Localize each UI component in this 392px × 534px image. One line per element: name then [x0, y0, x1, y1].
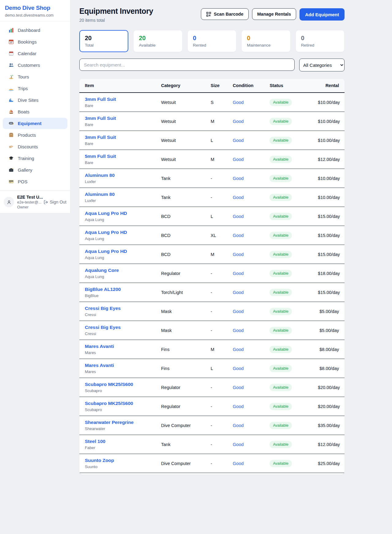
condition-link[interactable]: Good — [233, 100, 243, 105]
item-name-link[interactable]: Mares Avanti — [85, 363, 114, 368]
add-equipment-label: Add Equipment — [305, 12, 339, 17]
item-name-link[interactable]: 3mm Full Suit — [85, 116, 116, 121]
condition-link[interactable]: Good — [233, 366, 243, 371]
item-name-link[interactable]: Scubapro MK25/S600 — [85, 382, 133, 387]
status-cell: Available — [270, 194, 318, 201]
category-cell: Tank — [161, 195, 211, 200]
item-brand: Aqua Lung — [85, 255, 161, 260]
manage-rentals-button[interactable]: Manage Rentals — [252, 8, 296, 20]
condition-cell: Good — [233, 100, 270, 105]
sidebar-item-equipment[interactable]: Equipment — [3, 118, 67, 129]
item-name-link[interactable]: Scubapro MK25/S600 — [85, 401, 133, 406]
bar-chart-icon — [9, 28, 14, 33]
category-cell: BCD — [161, 233, 211, 238]
condition-link[interactable]: Good — [233, 214, 243, 219]
stat-card-maintenance[interactable]: 0 Maintenance — [241, 30, 290, 52]
status-badge: Available — [270, 384, 292, 391]
sailboat-icon — [9, 109, 14, 114]
stat-card-rented[interactable]: 0 Rented — [187, 30, 236, 52]
condition-link[interactable]: Good — [233, 290, 243, 295]
item-name-link[interactable]: Steel 100 — [85, 439, 105, 444]
condition-link[interactable]: Good — [233, 423, 243, 428]
item-name-link[interactable]: 3mm Full Suit — [85, 97, 116, 102]
status-cell: Available — [270, 118, 318, 125]
search-input[interactable] — [79, 59, 295, 71]
condition-link[interactable]: Good — [233, 271, 243, 276]
sidebar-item-products[interactable]: Products — [3, 129, 67, 141]
sidebar-item-dashboard[interactable]: Dashboard — [3, 25, 67, 36]
add-equipment-button[interactable]: Add Equipment — [300, 8, 345, 21]
sign-out-button[interactable]: Sign Out — [43, 200, 66, 204]
table-row: Aqua Lung Pro HD Aqua Lung BCD L Good Av… — [79, 207, 345, 226]
sidebar: Demo Dive Shop demo.test.divestreams.com… — [0, 0, 70, 213]
status-cell: Available — [270, 365, 318, 372]
sidebar-item-discounts[interactable]: Discounts — [3, 141, 67, 152]
condition-link[interactable]: Good — [233, 138, 243, 143]
table-row: Cressi Big Eyes Cressi Mask - Good Avail… — [79, 302, 345, 321]
item-cell: Mares Avanti Mares — [85, 363, 161, 374]
condition-link[interactable]: Good — [233, 119, 243, 124]
table-row: Scubapro MK25/S600 Scubapro Regulator - … — [79, 397, 345, 416]
stat-card-available[interactable]: 20 Available — [133, 30, 182, 52]
size-cell: - — [211, 461, 233, 466]
condition-link[interactable]: Good — [233, 385, 243, 390]
category-cell: Regulator — [161, 404, 211, 409]
item-name-link[interactable]: Cressi Big Eyes — [85, 325, 121, 330]
condition-link[interactable]: Good — [233, 328, 243, 333]
column-header: Item — [85, 83, 161, 88]
condition-link[interactable]: Good — [233, 347, 243, 352]
condition-link[interactable]: Good — [233, 442, 243, 447]
condition-link[interactable]: Good — [233, 233, 243, 238]
category-select[interactable]: All Categories — [299, 59, 345, 71]
table-row: Suunto Zoop Suunto Dive Computer - Good … — [79, 454, 345, 473]
sidebar-item-calendar[interactable]: Calendar — [3, 48, 67, 59]
sidebar-item-training[interactable]: Training — [3, 153, 67, 164]
status-cell: Available — [270, 156, 318, 163]
condition-cell: Good — [233, 195, 270, 200]
condition-link[interactable]: Good — [233, 176, 243, 181]
item-name-link[interactable]: 3mm Full Suit — [85, 135, 116, 140]
condition-link[interactable]: Good — [233, 309, 243, 314]
item-brand: Mares — [85, 369, 161, 374]
user-box: E2E Test U... e2e-tester@... Owner Sign … — [0, 191, 70, 213]
sidebar-item-tours[interactable]: Tours — [3, 71, 67, 82]
sidebar-item-gallery[interactable]: Gallery — [3, 164, 67, 176]
item-name-link[interactable]: Suunto Zoop — [85, 458, 114, 463]
condition-link[interactable]: Good — [233, 404, 243, 409]
item-name-link[interactable]: 5mm Full Suit — [85, 154, 116, 159]
item-cell: Shearwater Peregrine Shearwater — [85, 420, 161, 431]
item-name-link[interactable]: Aqua Lung Pro HD — [85, 230, 127, 235]
condition-link[interactable]: Good — [233, 252, 243, 257]
rental-cell: $35.00/day — [318, 423, 339, 428]
item-brand: Suunto — [85, 464, 161, 469]
item-name-link[interactable]: Aluminum 80 — [85, 173, 115, 178]
condition-link[interactable]: Good — [233, 461, 243, 466]
sidebar-item-trips[interactable]: Trips — [3, 83, 67, 94]
sidebar-item-customers[interactable]: Customers — [3, 59, 67, 71]
item-name-link[interactable]: Aluminum 80 — [85, 192, 115, 197]
category-cell: Tank — [161, 176, 211, 181]
item-name-link[interactable]: Cressi Big Eyes — [85, 306, 121, 311]
qr-code-icon — [206, 12, 211, 17]
condition-link[interactable]: Good — [233, 157, 243, 162]
item-name-link[interactable]: Aqua Lung Pro HD — [85, 249, 127, 254]
item-name-link[interactable]: Shearwater Peregrine — [85, 420, 134, 425]
sidebar-item-pos[interactable]: POS — [3, 176, 67, 187]
rental-cell: $10.00/day — [318, 195, 339, 200]
size-cell: - — [211, 195, 233, 200]
box-icon — [9, 132, 14, 138]
condition-link[interactable]: Good — [233, 195, 243, 200]
stat-card-retired[interactable]: 0 Retired — [296, 30, 345, 52]
item-name-link[interactable]: Mares Avanti — [85, 344, 114, 349]
sidebar-item-bookings[interactable]: 17 Bookings — [3, 36, 67, 48]
status-badge: Available — [270, 308, 292, 315]
rental-cell: $18.00/day — [318, 271, 339, 276]
scan-barcode-button[interactable]: Scan Barcode — [201, 8, 249, 20]
item-cell: Aqua Lung Pro HD Aqua Lung — [85, 249, 161, 260]
item-name-link[interactable]: Aqua Lung Pro HD — [85, 211, 127, 216]
sidebar-item-dive-sites[interactable]: Dive Sites — [3, 94, 67, 106]
stat-card-total[interactable]: 20 Total — [79, 30, 128, 52]
item-name-link[interactable]: BigBlue AL1200 — [85, 287, 121, 292]
sidebar-item-boats[interactable]: Boats — [3, 106, 67, 117]
item-name-link[interactable]: Aqualung Core — [85, 268, 119, 273]
